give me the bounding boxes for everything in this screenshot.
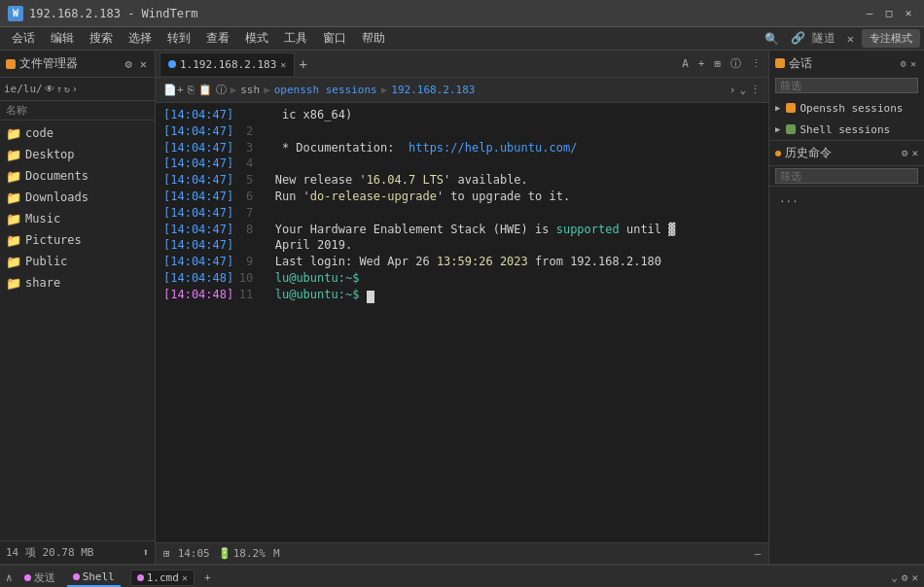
history-filter-input[interactable] [775, 168, 918, 184]
file-manager-indicator [6, 59, 16, 69]
cmd-tab-dot [137, 574, 144, 581]
menu-tools[interactable]: 工具 [276, 28, 315, 49]
file-list: 📁 code 📁 Desktop 📁 Documents 📁 Downloads… [0, 121, 155, 540]
info-icon[interactable]: ⓘ [728, 55, 744, 72]
term-line-4: [14:04:47] 4 [163, 155, 761, 172]
minimize-button[interactable]: — [862, 6, 877, 21]
main-layout: 文件管理器 ⚙ ✕ ie/lu/ 👁 ↑ ↻ › 名称 📁 code 📁 Des… [0, 51, 924, 564]
sessions-filter-box [769, 76, 924, 97]
menu-view[interactable]: 查看 [198, 28, 237, 49]
breadcrumb-actions: › ⌄ ⋮ [729, 84, 761, 96]
history-section: 历史命令 ⚙ ✕ ... [769, 141, 924, 564]
sessions-title: 会话 [789, 55, 899, 72]
close-button[interactable]: ✕ [901, 6, 916, 21]
expand-arrow-icon: ▶ [775, 103, 780, 113]
send-tab[interactable]: 发送 [18, 569, 61, 587]
file-item-downloads[interactable]: 📁 Downloads [0, 187, 155, 208]
term-line-6: [14:04:47] 6 Run 'do-release-upgrade' to… [163, 189, 761, 205]
file-item-share[interactable]: 📁 share [0, 272, 155, 294]
sessions-header[interactable]: 会话 ⚙ ✕ [769, 51, 924, 76]
more-icon[interactable]: › [72, 84, 78, 94]
bottom-section: ∧ 发送 Shell 1.cmd ✕ + ⌄ ⚙ ✕ [13:50:18] 3 … [0, 564, 924, 587]
upload-icon[interactable]: ⬆ [142, 546, 149, 559]
history-item-1[interactable]: ... [775, 190, 918, 207]
tunnel-icon[interactable]: 🔗 隧道 [787, 28, 839, 49]
menu-help[interactable]: 帮助 [354, 28, 393, 49]
path-text: ie/lu/ [4, 83, 43, 95]
up-icon[interactable]: ↑ [56, 84, 62, 94]
history-title: 历史命令 [785, 145, 902, 161]
history-filter-box [769, 166, 924, 187]
close-icon[interactable]: ✕ [908, 57, 918, 70]
char-icon[interactable]: A [679, 56, 692, 71]
term-line-8: [14:04:47] 8 Your Hardware Enablement St… [163, 222, 761, 238]
menu-search[interactable]: 搜索 [82, 28, 121, 49]
menu-edit[interactable]: 编辑 [43, 28, 82, 49]
settings-icon[interactable]: ⚙ [124, 56, 134, 72]
tab-close-icon[interactable]: ✕ [280, 59, 286, 70]
breadcrumb-copy2[interactable]: 📋 [198, 84, 212, 96]
tab-add-button[interactable]: + [295, 56, 310, 72]
tab-bar-actions: A + ⊞ ⓘ ⋮ [679, 55, 764, 72]
session-item-shell[interactable]: ▶ Shell sessions [769, 119, 924, 140]
split-icon[interactable]: ⊞ [711, 56, 724, 71]
close-icon[interactable]: ✕ [843, 30, 858, 48]
bottom-header-actions: ⌄ ⚙ ✕ [891, 571, 918, 584]
breadcrumb-ssh[interactable]: ssh [240, 84, 260, 96]
sessions-filter-input[interactable] [775, 78, 918, 93]
session-item-openssh[interactable]: ▶ Openssh sessions [769, 97, 924, 119]
breadcrumb-host[interactable]: 192.168.2.183 [391, 84, 475, 96]
focus-mode-button[interactable]: 专注模式 [862, 29, 920, 48]
collapse-icon[interactable]: ∧ [6, 571, 13, 584]
menu-bar-right: 🔍 🔗 隧道 ✕ 专注模式 [761, 28, 920, 49]
folder-icon: 📁 [6, 169, 21, 184]
close-panel-icon[interactable]: ✕ [911, 571, 918, 584]
menu-window[interactable]: 窗口 [315, 28, 354, 49]
refresh-icon[interactable]: ↻ [64, 84, 70, 94]
term-line-8b: [14:04:47] April 2019. [163, 237, 761, 254]
maximize-button[interactable]: □ [881, 6, 897, 21]
dropdown-icon[interactable]: ⌄ [739, 84, 746, 96]
breadcrumb-sessions[interactable]: openssh sessions [274, 84, 377, 96]
add-tab-icon[interactable]: + [695, 56, 708, 71]
collapse-all-icon[interactable]: ⌄ [891, 571, 898, 584]
file-item-documents[interactable]: 📁 Documents [0, 165, 155, 187]
more-icon[interactable]: ⋮ [748, 56, 764, 71]
expand-icon[interactable]: › [729, 84, 736, 96]
app-icon: W [8, 6, 23, 21]
close-panel-icon[interactable]: ✕ [138, 56, 149, 72]
breadcrumb-info[interactable]: ⓘ [216, 83, 227, 97]
send-dot [24, 574, 31, 581]
settings-icon[interactable]: ⚙ [902, 571, 908, 584]
menu-select[interactable]: 选择 [121, 28, 160, 49]
menu-session[interactable]: 会话 [4, 28, 43, 49]
file-item-desktop[interactable]: 📁 Desktop [0, 144, 155, 165]
add-tab-icon[interactable]: + [204, 571, 211, 584]
file-manager-sidebar: 文件管理器 ⚙ ✕ ie/lu/ 👁 ↑ ↻ › 名称 📁 code 📁 Des… [0, 51, 156, 564]
settings-icon[interactable]: ⚙ [899, 57, 908, 70]
history-close-icon[interactable]: ✕ [911, 147, 918, 159]
file-item-pictures[interactable]: 📁 Pictures [0, 229, 155, 251]
file-item-public[interactable]: 📁 Public [0, 251, 155, 272]
breadcrumb-copy1[interactable]: ⎘ [188, 84, 195, 96]
sessions-indicator [775, 58, 785, 68]
menu-goto[interactable]: 转到 [160, 28, 198, 49]
search-icon[interactable]: 🔍 [761, 30, 783, 48]
breadcrumb-new[interactable]: 📄+ [163, 84, 184, 96]
terminal-tab-active[interactable]: 1.192.168.2.183 ✕ [160, 52, 295, 76]
file-item-code[interactable]: 📁 code [0, 122, 155, 144]
eye-icon[interactable]: 👁 [45, 84, 54, 94]
file-item-music[interactable]: 📁 Music [0, 208, 155, 229]
more-icon[interactable]: ⋮ [750, 84, 761, 96]
history-items: ... [769, 187, 924, 564]
shell-tab[interactable]: Shell [67, 569, 121, 587]
status-terminal-icon: ⊞ [163, 547, 170, 560]
term-line-7: [14:04:47] 7 [163, 205, 761, 222]
cmd-tab[interactable]: 1.cmd ✕ [130, 570, 195, 586]
terminal-content[interactable]: [14:04:47] ic x86_64) [14:04:47] 2 [14:0… [156, 103, 768, 542]
history-settings-icon[interactable]: ⚙ [902, 147, 908, 159]
file-count: 14 项 20.78 MB [6, 545, 93, 560]
menu-mode[interactable]: 模式 [237, 28, 276, 49]
expand-arrow-icon: ▶ [775, 124, 780, 134]
cmd-tab-close[interactable]: ✕ [182, 572, 188, 583]
